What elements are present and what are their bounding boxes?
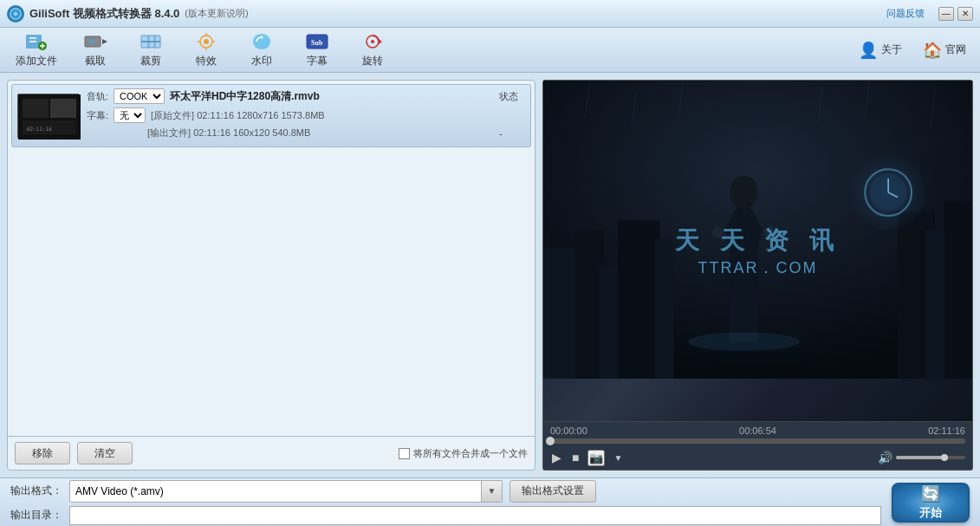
progress-handle[interactable] [546,437,555,445]
trim-icon [139,31,163,52]
app-icon [7,5,24,23]
file-row: 02:11:16 音轨: COOK 环太平洋HD中字1280高清.rmvb 状态… [11,84,531,147]
home-icon: 🏠 [923,41,942,60]
title-bar-controls: 问题反馈 — ✕ [886,7,973,21]
file-info-row-2: 字幕: 无 [原始文件] 02:11:16 1280x716 1573.8MB [87,107,525,123]
original-meta: [原始文件] 02:11:16 1280x716 1573.8MB [151,109,325,122]
subtitle-label: 字幕 [307,54,328,68]
watermark-overlay: 天 天 资 讯 TTRAR．COM [675,224,840,278]
audio-select[interactable]: COOK [114,88,165,104]
svg-rect-24 [50,99,76,118]
screenshot-dropdown[interactable]: ▼ [612,451,624,464]
subtitle-button[interactable]: Sub 字幕 [291,28,343,72]
time-end: 02:11:16 [928,425,965,436]
video-area: 天 天 资 讯 TTRAR．COM [543,81,972,421]
rotate-button[interactable]: 旋转 [347,28,399,72]
svg-rect-5 [89,39,94,44]
rotate-label: 旋转 [362,54,383,68]
watermark-cn-text: 天 天 资 讯 [675,224,840,257]
minimize-button[interactable]: — [938,7,954,21]
svg-rect-23 [23,99,49,118]
toolbar: 添加文件 截取 裁剪 [0,28,980,73]
toolbar-right: 👤 关于 🏠 官网 [852,37,973,63]
home-label: 官网 [945,42,966,57]
app-title: GiliSoft 视频格式转换器 8.4.0 [29,6,179,22]
file-panel: 02:11:16 音轨: COOK 环太平洋HD中字1280高清.rmvb 状态… [7,80,535,471]
time-middle: 00:06:54 [739,425,776,436]
volume-slider[interactable] [896,456,965,459]
file-name: 环太平洋HD中字1280高清.rmvb [170,89,320,104]
bottom-bar: 输出格式： ▼ 输出格式设置 输出目录： 🔄 开始 [0,477,980,526]
start-button[interactable]: 🔄 开始 [892,483,970,523]
svg-marker-20 [379,39,382,44]
format-input[interactable] [69,480,482,503]
add-file-button[interactable]: 添加文件 [7,28,66,72]
merge-area: 将所有文件合并成一个文件 [399,447,528,460]
output-label: 输出目录： [10,508,62,523]
file-list-area: 02:11:16 音轨: COOK 环太平洋HD中字1280高清.rmvb 状态… [8,81,535,436]
subtitle-icon: Sub [305,31,329,52]
about-label: 关于 [881,42,902,57]
about-icon: 👤 [859,41,878,60]
version-label: (版本更新说明) [185,7,248,20]
watermark-button[interactable]: 水印 [236,28,288,72]
time-start: 00:00:00 [550,425,587,436]
output-path-input[interactable] [69,506,881,525]
volume-area: 🔊 [878,451,965,464]
subtitle-select[interactable]: 无 [114,107,146,123]
volume-handle[interactable] [941,454,948,461]
svg-point-48 [688,333,800,352]
status-value: - [499,128,525,139]
svg-rect-31 [618,220,659,379]
title-bar-left: GiliSoft 视频格式转换器 8.4.0 (版本更新说明) [7,5,249,23]
title-bar: GiliSoft 视频格式转换器 8.4.0 (版本更新说明) 问题反馈 — ✕ [0,0,980,28]
video-controls: 00:00:00 00:06:54 02:11:16 ▶ ■ 📷 ▼ 🔊 [543,421,972,470]
format-settings-button[interactable]: 输出格式设置 [509,480,596,503]
stop-button[interactable]: ■ [570,449,581,466]
output-meta: [输出文件] 02:11:16 160x120 540.8MB [147,127,310,140]
subtitle-label-file: 字幕: [87,109,108,122]
audio-label: 音轨: [87,90,108,103]
file-info-row-3: [输出文件] 02:11:16 160x120 540.8MB - [87,127,525,140]
progress-bar[interactable] [550,438,965,444]
rotate-icon [360,31,385,52]
svg-point-41 [730,176,757,210]
volume-fill [896,456,944,459]
format-select-container: ▼ [69,480,503,503]
watermark-label: 水印 [251,54,272,68]
svg-rect-28 [543,249,581,380]
svg-point-11 [204,39,209,44]
svg-text:02:11:16: 02:11:16 [27,126,52,132]
svg-marker-4 [102,39,107,44]
file-panel-bottom: 移除 清空 将所有文件合并成一个文件 [8,436,535,470]
clear-button[interactable]: 清空 [77,442,133,464]
about-button[interactable]: 👤 关于 [852,37,909,63]
screenshot-button[interactable]: 📷 [587,450,605,466]
play-button[interactable]: ▶ [550,449,563,466]
file-info: 音轨: COOK 环太平洋HD中字1280高清.rmvb 状态 字幕: 无 [原… [87,88,525,143]
format-dropdown-button[interactable]: ▼ [482,480,503,503]
svg-rect-9 [153,36,156,48]
feedback-link[interactable]: 问题反馈 [886,7,925,20]
svg-rect-35 [944,202,972,379]
merge-label: 将所有文件合并成一个文件 [413,447,528,460]
remove-button[interactable]: 移除 [15,442,70,464]
svg-text:Sub: Sub [311,39,323,47]
effects-label: 特效 [196,54,217,68]
effects-icon [194,31,218,52]
main-content: 02:11:16 音轨: COOK 环太平洋HD中字1280高清.rmvb 状态… [0,73,980,477]
status-label: 状态 [499,90,525,103]
home-button[interactable]: 🏠 官网 [916,37,973,63]
capture-icon [83,31,107,52]
start-label: 开始 [919,505,942,521]
trim-label: 裁剪 [140,54,161,68]
time-labels: 00:00:00 00:06:54 02:11:16 [550,425,965,436]
close-button[interactable]: ✕ [957,7,973,21]
add-file-label: 添加文件 [16,54,57,68]
effects-button[interactable]: 特效 [180,28,232,72]
trim-button[interactable]: 裁剪 [125,28,177,72]
add-file-icon [24,31,49,52]
svg-point-21 [371,40,374,43]
merge-checkbox[interactable] [399,448,410,459]
capture-button[interactable]: 截取 [69,28,121,72]
